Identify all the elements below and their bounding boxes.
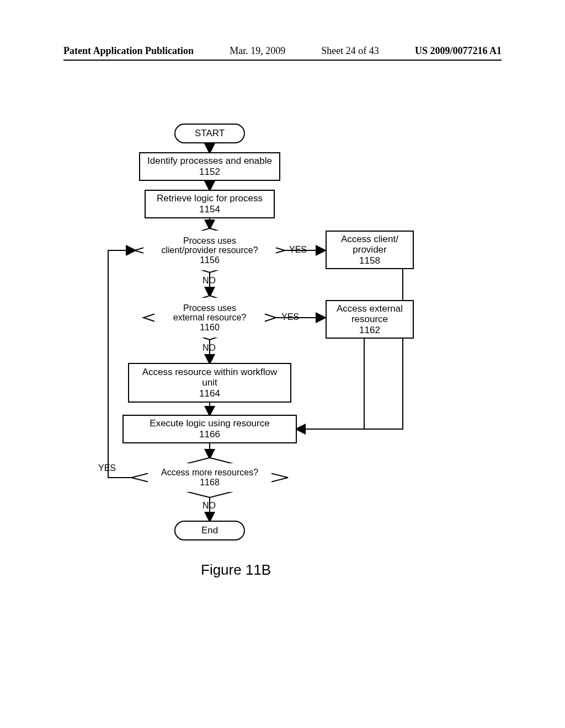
start-label: START — [195, 128, 225, 139]
decision-1168-l1: Access more resources? — [161, 468, 258, 478]
process-1158-l1: Access client/ — [341, 234, 398, 245]
process-1164-l2: unit — [202, 377, 217, 388]
process-1154-text: Retrieve logic for process — [157, 193, 263, 204]
decision-1160-ref: 1160 — [200, 323, 220, 333]
label-1160-yes: YES — [281, 312, 299, 322]
process-1152-text: Identify processes and enable — [147, 156, 272, 167]
decision-1168-ref: 1168 — [200, 478, 220, 488]
process-1154-ref: 1154 — [199, 204, 220, 215]
process-1158-ref: 1158 — [359, 255, 380, 266]
process-1162-l1: Access external — [337, 303, 403, 314]
decision-1156-l2: client/provider resource? — [161, 245, 258, 255]
decision-1160-l1: Process uses — [183, 303, 236, 313]
decision-1156: Process uses client/provider resource? 1… — [143, 231, 276, 270]
decision-1156-ref: 1156 — [200, 255, 220, 265]
label-1168-no: NO — [202, 501, 216, 511]
process-1162: Access external resource 1162 — [326, 300, 414, 339]
process-1164-l1: Access resource within workflow — [142, 367, 278, 378]
process-1158: Access client/ provider 1158 — [326, 231, 414, 269]
process-1166: Execute logic using resource 1166 — [122, 415, 297, 443]
process-1162-ref: 1162 — [359, 325, 380, 336]
decision-1168: Access more resources? 1168 — [148, 463, 271, 492]
process-1166-l1: Execute logic using resource — [150, 418, 269, 429]
label-1156-yes: YES — [289, 245, 307, 255]
label-1160-no: NO — [202, 343, 216, 353]
decision-1160-l2: external resource? — [173, 313, 247, 323]
decision-1160: Process uses external resource? 1160 — [154, 298, 265, 338]
end-label: End — [201, 525, 218, 536]
decision-1156-l1: Process uses — [183, 236, 236, 246]
process-1154: Retrieve logic for process 1154 — [145, 190, 275, 218]
flowchart: START Identify processes and enable 1152… — [0, 0, 565, 728]
process-1164: Access resource within workflow unit 116… — [128, 363, 291, 403]
label-1156-no: NO — [202, 276, 216, 286]
terminator-start: START — [174, 124, 245, 143]
process-1166-ref: 1166 — [199, 429, 220, 440]
process-1152-ref: 1152 — [199, 167, 220, 178]
process-1152: Identify processes and enable 1152 — [139, 152, 280, 181]
process-1162-l2: resource — [351, 314, 388, 325]
label-1168-yes: YES — [98, 463, 116, 473]
process-1164-ref: 1164 — [199, 388, 220, 399]
page: Patent Application Publication Mar. 19, … — [0, 0, 565, 728]
terminator-end: End — [174, 521, 245, 540]
process-1158-l2: provider — [353, 244, 386, 255]
figure-caption: Figure 11B — [201, 561, 271, 579]
